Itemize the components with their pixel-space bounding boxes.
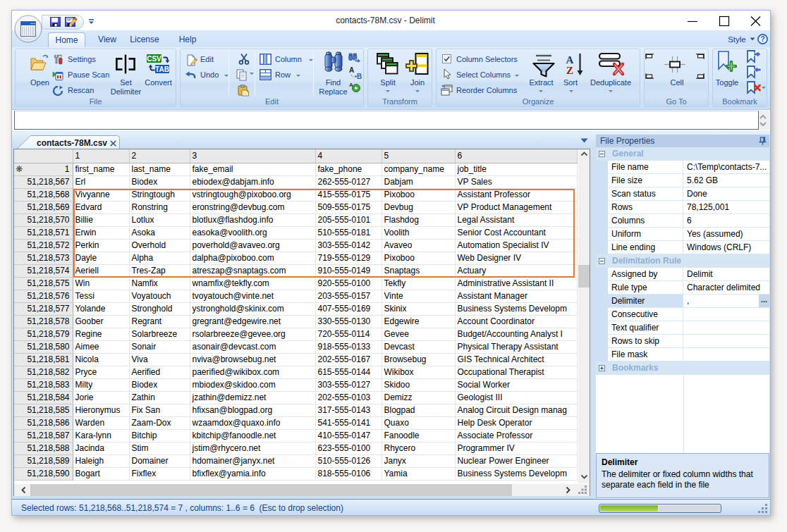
- svg-text:A: A: [349, 66, 354, 74]
- svg-text:B: B: [357, 73, 362, 80]
- svg-text:CSV: CSV: [147, 55, 161, 63]
- svg-text:TAB: TAB: [155, 66, 169, 73]
- svg-text:A: A: [566, 54, 574, 66]
- svg-text:?: ?: [760, 35, 764, 43]
- svg-text:Z: Z: [566, 65, 573, 76]
